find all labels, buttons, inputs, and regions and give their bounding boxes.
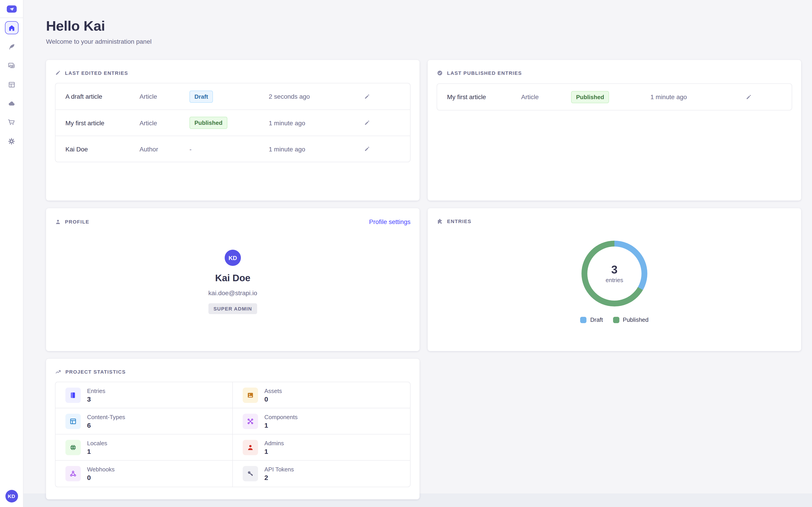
- status-badge: Published: [190, 117, 227, 129]
- sidebar-item-settings[interactable]: [5, 135, 18, 148]
- table-row[interactable]: Kai Doe Author - 1 minute ago: [55, 136, 410, 162]
- status-empty: -: [190, 145, 269, 153]
- stat-admins: Admins 1: [233, 435, 410, 461]
- profile-avatar: KD: [225, 250, 241, 266]
- card-title: LAST EDITED ENTRIES: [65, 70, 128, 75]
- admin-person-icon: [243, 440, 258, 455]
- entry-name: A draft article: [65, 93, 140, 100]
- sidebar-item-media-library[interactable]: [5, 59, 18, 72]
- profile-settings-link[interactable]: Profile settings: [369, 218, 410, 225]
- chart-legend: Draft Published: [580, 316, 649, 323]
- cart-icon: [8, 118, 15, 126]
- components-icon: [243, 413, 258, 429]
- sidebar-item-home[interactable]: [5, 21, 18, 34]
- sidebar: KD: [0, 0, 23, 507]
- webhook-icon: [65, 466, 81, 481]
- quill-icon: [8, 43, 15, 50]
- stat-locales: Locales 1: [55, 435, 233, 461]
- stats-table: Entries 3 Assets 0: [55, 382, 410, 487]
- entry-time: 1 minute ago: [269, 145, 362, 153]
- donut-unit: entries: [606, 277, 623, 283]
- edit-entry-button[interactable]: [744, 92, 755, 102]
- legend-item-draft: Draft: [580, 316, 603, 323]
- pencil-icon: [55, 70, 61, 76]
- pencil-icon: [364, 146, 370, 152]
- entry-type: Article: [140, 93, 190, 100]
- page-title: Hello Kai: [46, 18, 801, 34]
- stat-assets: Assets 0: [233, 382, 410, 408]
- pencil-icon: [364, 93, 370, 100]
- strapi-logo[interactable]: [6, 5, 16, 13]
- entries-chart-card: ENTRIES 3 entries Draft: [428, 208, 801, 351]
- project-statistics-card: PROJECT STATISTICS Entries 3: [46, 359, 419, 499]
- stat-components: Components 1: [233, 408, 410, 435]
- entry-time: 1 minute ago: [650, 93, 744, 101]
- pencil-icon: [745, 94, 752, 100]
- last-published-entries-card: LAST PUBLISHED ENTRIES My first article …: [428, 60, 801, 201]
- layout-panel-icon: [8, 81, 15, 88]
- stat-entries: Entries 3: [55, 382, 233, 408]
- user-avatar[interactable]: KD: [5, 490, 18, 503]
- table-row[interactable]: My first article Article Published 1 min…: [55, 110, 410, 136]
- cloud-icon: [8, 100, 15, 107]
- sidebar-divider: [0, 17, 23, 18]
- person-icon: [55, 219, 61, 225]
- stat-webhooks: Webhooks 0: [55, 461, 233, 487]
- entry-type: Article: [140, 119, 190, 126]
- entry-name: Kai Doe: [65, 145, 140, 153]
- draft-swatch: [580, 317, 587, 323]
- stat-api-tokens: API Tokens 2: [233, 461, 410, 487]
- sidebar-item-content-manager[interactable]: [5, 40, 18, 53]
- strapi-admin-dashboard: KD Hello Kai Welcome to your administrat…: [0, 0, 812, 507]
- entry-time: 2 seconds ago: [269, 93, 362, 100]
- published-swatch: [613, 317, 619, 323]
- legend-item-published: Published: [613, 316, 649, 323]
- image-icon: [243, 387, 258, 403]
- donut-total: 3: [611, 264, 618, 276]
- sidebar-item-marketplace[interactable]: [5, 116, 18, 129]
- card-title: ENTRIES: [447, 219, 471, 224]
- table-row[interactable]: A draft article Article Draft 2 seconds …: [55, 83, 410, 110]
- entry-time: 1 minute ago: [269, 119, 362, 126]
- card-title: PROJECT STATISTICS: [65, 369, 126, 375]
- page-subtitle: Welcome to your administration panel: [46, 38, 801, 45]
- home-icon: [8, 24, 15, 31]
- stat-content-types: Content-Types 6: [55, 408, 233, 435]
- status-badge: Published: [571, 91, 609, 103]
- profile-card: PROFILE Profile settings KD Kai Doe kai.…: [46, 208, 419, 351]
- card-title: PROFILE: [65, 219, 89, 224]
- last-edited-table: A draft article Article Draft 2 seconds …: [55, 83, 410, 162]
- sidebar-nav: [5, 21, 18, 148]
- entry-type: Article: [521, 93, 571, 101]
- entry-name: My first article: [447, 93, 521, 101]
- pencil-icon: [364, 119, 370, 126]
- role-badge: SUPER ADMIN: [209, 303, 257, 314]
- check-circle-icon: [437, 70, 443, 76]
- sidebar-item-content-type-builder[interactable]: [5, 78, 18, 91]
- sidebar-item-deploy[interactable]: [5, 97, 18, 110]
- key-icon: [243, 466, 258, 481]
- edit-entry-button[interactable]: [362, 91, 373, 102]
- globe-icon: [65, 440, 81, 455]
- table-row[interactable]: My first article Article Published 1 min…: [437, 84, 792, 110]
- entry-name: My first article: [65, 119, 140, 126]
- edit-entry-button[interactable]: [362, 118, 373, 128]
- last-published-table: My first article Article Published 1 min…: [437, 83, 792, 110]
- puzzle-icon: [437, 218, 443, 224]
- pictures-icon: [8, 62, 15, 69]
- entries-donut: 3 entries: [581, 241, 647, 306]
- profile-name: Kai Doe: [215, 273, 250, 283]
- status-badge: Draft: [190, 90, 213, 103]
- book-icon: [65, 387, 81, 403]
- card-title: LAST PUBLISHED ENTRIES: [447, 70, 522, 76]
- main-content: Hello Kai Welcome to your administration…: [23, 0, 812, 507]
- layout-icon: [65, 413, 81, 429]
- strapi-logo-glyph: [8, 6, 15, 12]
- entry-type: Author: [140, 145, 190, 153]
- gear-icon: [8, 137, 15, 145]
- last-edited-entries-card: LAST EDITED ENTRIES A draft article Arti…: [46, 60, 419, 201]
- profile-email: kai.doe@strapi.io: [208, 289, 257, 296]
- edit-entry-button[interactable]: [362, 144, 373, 154]
- trending-up-icon: [55, 369, 61, 375]
